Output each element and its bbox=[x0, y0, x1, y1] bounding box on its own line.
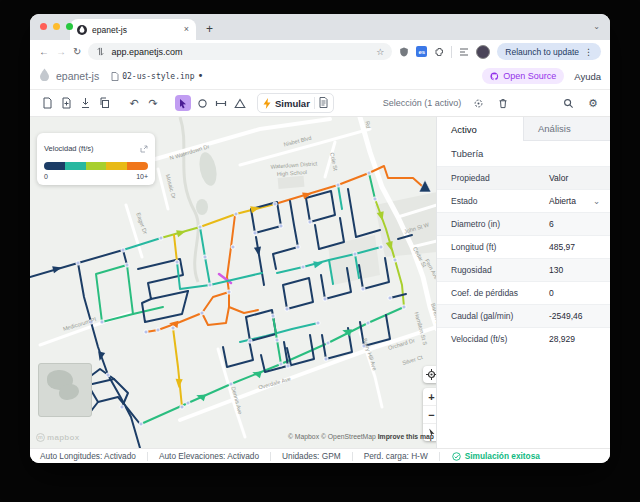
open-source-button[interactable]: Open Source bbox=[482, 68, 564, 84]
translate-extension-icon[interactable]: es bbox=[416, 46, 427, 57]
pipe-segment[interactable] bbox=[173, 328, 182, 407]
report-button[interactable] bbox=[319, 94, 328, 112]
pipe-segment[interactable] bbox=[133, 307, 163, 314]
junction-node[interactable] bbox=[144, 330, 148, 334]
junction-node[interactable] bbox=[366, 321, 370, 325]
junction-node[interactable] bbox=[200, 311, 204, 315]
undo-button[interactable]: ↶ bbox=[126, 95, 142, 111]
pipe-segment[interactable] bbox=[395, 260, 404, 307]
junction-node[interactable] bbox=[121, 248, 125, 252]
junction-node[interactable] bbox=[285, 307, 289, 311]
junction-node[interactable] bbox=[353, 252, 357, 256]
junction-node[interactable] bbox=[171, 326, 175, 330]
pipe-tool-button[interactable] bbox=[213, 95, 229, 111]
property-value[interactable]: Abierta⌄ bbox=[549, 196, 610, 206]
junction-node[interactable] bbox=[125, 263, 129, 267]
shield-extension-icon[interactable] bbox=[399, 47, 409, 57]
junction-node[interactable] bbox=[367, 171, 371, 175]
junction-node[interactable] bbox=[234, 212, 238, 216]
pipe-segment[interactable] bbox=[256, 237, 264, 285]
new-file-button[interactable] bbox=[39, 95, 55, 111]
pipe-segment[interactable] bbox=[223, 340, 253, 367]
junction-node[interactable] bbox=[324, 357, 328, 361]
junction-node[interactable] bbox=[301, 265, 305, 269]
junction-node[interactable] bbox=[120, 405, 124, 409]
junction-node[interactable] bbox=[186, 401, 190, 405]
junction-node[interactable] bbox=[286, 364, 290, 368]
maximize-window-button[interactable] bbox=[66, 23, 73, 30]
junction-node[interactable] bbox=[208, 283, 212, 287]
property-row[interactable]: EstadoAbierta⌄ bbox=[437, 189, 610, 212]
back-icon[interactable]: ← bbox=[39, 47, 49, 57]
pipe-segment[interactable] bbox=[369, 173, 375, 199]
status-item[interactable]: Perd. carga: H-W bbox=[353, 451, 439, 461]
simulate-button[interactable]: Simular bbox=[275, 98, 310, 109]
zoom-in-button[interactable]: + bbox=[423, 388, 437, 406]
junction-node[interactable] bbox=[402, 305, 406, 309]
junction-node[interactable] bbox=[180, 405, 184, 409]
bookmark-star-icon[interactable]: ☆ bbox=[376, 47, 384, 57]
tab-activo[interactable]: Activo bbox=[437, 117, 523, 141]
junction-node[interactable] bbox=[248, 339, 252, 343]
pipe-segment[interactable] bbox=[202, 292, 229, 325]
junction-node[interactable] bbox=[388, 296, 392, 300]
pipe-segment[interactable] bbox=[174, 235, 177, 262]
junction-node[interactable] bbox=[76, 261, 80, 265]
open-file-button[interactable] bbox=[58, 95, 74, 111]
junction-node[interactable] bbox=[279, 224, 283, 228]
import-button[interactable] bbox=[77, 95, 93, 111]
junction-node[interactable] bbox=[361, 287, 365, 291]
junction-node[interactable] bbox=[308, 220, 312, 224]
map-canvas[interactable]: N Waterdown DrNisbet BlvdWaterdown Distr… bbox=[30, 117, 437, 448]
status-item[interactable]: Auto Elevaciones: Activado bbox=[148, 451, 270, 461]
pipe-segment[interactable] bbox=[283, 278, 313, 309]
help-button[interactable]: Ayuda bbox=[574, 71, 601, 82]
tank-tool-button[interactable] bbox=[232, 95, 248, 111]
reload-icon[interactable]: ↻ bbox=[73, 47, 81, 57]
junction-node[interactable] bbox=[156, 328, 160, 332]
junction-node[interactable] bbox=[379, 245, 383, 249]
junction-node[interactable] bbox=[279, 362, 283, 366]
junction-node[interactable] bbox=[316, 321, 320, 325]
file-menu[interactable]: 02-us-style.inp • bbox=[111, 72, 203, 81]
junction-node[interactable] bbox=[198, 225, 202, 229]
junction-node[interactable] bbox=[336, 183, 340, 187]
improve-map-link[interactable]: Improve this map bbox=[378, 433, 434, 440]
junction-node[interactable] bbox=[296, 245, 300, 249]
junction-node[interactable] bbox=[159, 236, 163, 240]
browser-tab[interactable]: epanet-js × bbox=[70, 19, 196, 40]
junction-node[interactable] bbox=[229, 382, 233, 386]
junction-node[interactable] bbox=[323, 297, 327, 301]
junction-tool-button[interactable] bbox=[194, 95, 210, 111]
url-input[interactable]: app.epanetjs.com ☆ bbox=[88, 43, 392, 60]
junction-node[interactable] bbox=[373, 197, 377, 201]
pipe-segment[interactable] bbox=[210, 273, 262, 285]
chevron-down-icon[interactable]: ⌄ bbox=[593, 196, 600, 206]
relaunch-button[interactable]: Relaunch to update ⋮ bbox=[497, 43, 601, 60]
zoom-out-button[interactable]: − bbox=[423, 406, 437, 424]
pipe-segment[interactable] bbox=[229, 307, 258, 313]
pipe-segment[interactable] bbox=[138, 259, 188, 299]
browser-menu-icon[interactable]: ⋮ bbox=[584, 47, 593, 57]
tab-analisis[interactable]: Análisis bbox=[523, 117, 610, 141]
junction-node[interactable] bbox=[139, 422, 143, 426]
junction-node[interactable] bbox=[253, 231, 257, 235]
junction-node[interactable] bbox=[203, 255, 207, 259]
legend-expand-icon[interactable] bbox=[140, 139, 148, 157]
pipe-segment[interactable] bbox=[273, 201, 298, 269]
status-item[interactable]: Auto Longitudes: Activado bbox=[38, 451, 147, 461]
junction-node[interactable] bbox=[227, 290, 231, 294]
extensions-icon[interactable] bbox=[434, 47, 444, 57]
sidebar-icon[interactable] bbox=[459, 47, 469, 57]
forward-icon[interactable]: → bbox=[56, 47, 66, 57]
pipe-segment[interactable] bbox=[306, 191, 335, 222]
zoom-to-selection-button[interactable] bbox=[470, 95, 486, 111]
junction-node[interactable] bbox=[100, 320, 104, 324]
profile-avatar[interactable] bbox=[476, 45, 490, 59]
status-item[interactable]: Unidades: GPM bbox=[271, 451, 352, 461]
pipe-segment[interactable] bbox=[98, 397, 140, 424]
junction-node[interactable] bbox=[271, 314, 275, 318]
junction-node[interactable] bbox=[231, 245, 235, 249]
search-icon[interactable] bbox=[560, 95, 576, 111]
junction-node[interactable] bbox=[326, 341, 330, 345]
